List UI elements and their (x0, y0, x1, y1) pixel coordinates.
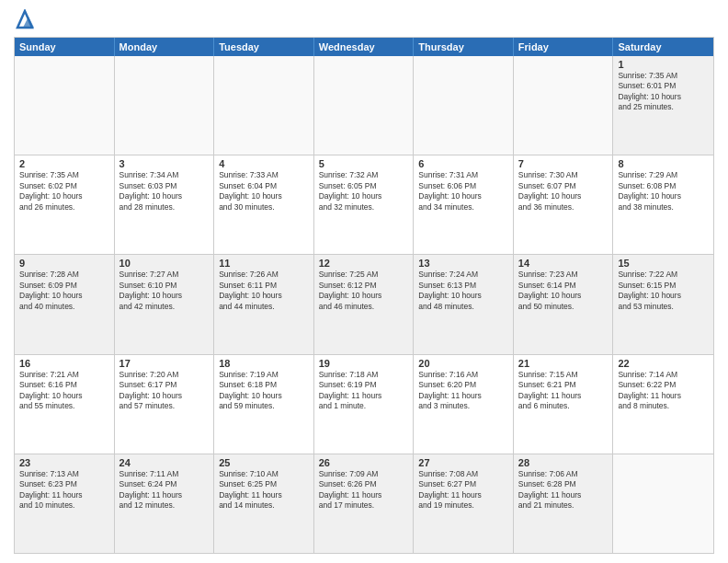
day-info: Sunrise: 7:24 AM Sunset: 6:13 PM Dayligh… (418, 270, 508, 312)
day-number: 3 (119, 158, 210, 169)
calendar-day-10: 10Sunrise: 7:27 AM Sunset: 6:10 PM Dayli… (115, 255, 215, 353)
calendar-week-3: 9Sunrise: 7:28 AM Sunset: 6:09 PM Daylig… (15, 254, 713, 353)
day-number: 22 (618, 358, 709, 369)
logo (14, 9, 34, 29)
day-number: 4 (219, 158, 309, 169)
day-number: 26 (319, 457, 409, 468)
day-info: Sunrise: 7:28 AM Sunset: 6:09 PM Dayligh… (19, 270, 109, 312)
day-info: Sunrise: 7:21 AM Sunset: 6:16 PM Dayligh… (19, 370, 109, 412)
calendar-day-15: 15Sunrise: 7:22 AM Sunset: 6:15 PM Dayli… (613, 255, 713, 353)
day-number: 24 (119, 457, 210, 468)
day-number: 20 (418, 358, 508, 369)
calendar: SundayMondayTuesdayWednesdayThursdayFrid… (14, 37, 714, 554)
calendar-day-11: 11Sunrise: 7:26 AM Sunset: 6:11 PM Dayli… (214, 255, 314, 353)
day-number: 5 (319, 158, 409, 169)
header-day-wednesday: Wednesday (314, 38, 415, 56)
day-number: 17 (119, 358, 210, 369)
calendar-day-25: 25Sunrise: 7:10 AM Sunset: 6:25 PM Dayli… (214, 454, 314, 553)
calendar-day-9: 9Sunrise: 7:28 AM Sunset: 6:09 PM Daylig… (15, 255, 115, 353)
day-info: Sunrise: 7:15 AM Sunset: 6:21 PM Dayligh… (518, 370, 609, 412)
day-info: Sunrise: 7:34 AM Sunset: 6:03 PM Dayligh… (119, 170, 210, 213)
day-number: 9 (19, 258, 109, 269)
day-info: Sunrise: 7:11 AM Sunset: 6:24 PM Dayligh… (119, 469, 210, 511)
calendar-day-3: 3Sunrise: 7:34 AM Sunset: 6:03 PM Daylig… (115, 155, 215, 254)
day-number: 28 (518, 457, 609, 468)
calendar-day-27: 27Sunrise: 7:08 AM Sunset: 6:27 PM Dayli… (414, 454, 514, 553)
calendar-empty-cell (314, 56, 415, 155)
day-info: Sunrise: 7:29 AM Sunset: 6:08 PM Dayligh… (618, 170, 709, 213)
calendar-empty-cell (414, 56, 514, 155)
day-number: 19 (319, 358, 409, 369)
calendar-day-16: 16Sunrise: 7:21 AM Sunset: 6:16 PM Dayli… (15, 355, 115, 454)
day-info: Sunrise: 7:33 AM Sunset: 6:04 PM Dayligh… (219, 170, 309, 213)
calendar-day-22: 22Sunrise: 7:14 AM Sunset: 6:22 PM Dayli… (613, 355, 713, 454)
calendar-empty-cell (115, 56, 215, 155)
page-header (14, 9, 714, 29)
day-number: 7 (518, 158, 609, 169)
calendar-empty-cell (514, 56, 614, 155)
calendar-empty-cell (15, 56, 115, 155)
day-number: 12 (319, 258, 409, 269)
day-number: 21 (518, 358, 609, 369)
day-info: Sunrise: 7:32 AM Sunset: 6:05 PM Dayligh… (319, 170, 409, 213)
header-day-saturday: Saturday (613, 38, 713, 56)
calendar-day-24: 24Sunrise: 7:11 AM Sunset: 6:24 PM Dayli… (115, 454, 215, 553)
day-number: 10 (119, 258, 210, 269)
day-number: 18 (219, 358, 309, 369)
calendar-day-6: 6Sunrise: 7:31 AM Sunset: 6:06 PM Daylig… (414, 155, 514, 254)
day-info: Sunrise: 7:20 AM Sunset: 6:17 PM Dayligh… (119, 370, 210, 412)
svg-marker-1 (23, 17, 34, 28)
day-info: Sunrise: 7:25 AM Sunset: 6:12 PM Dayligh… (319, 270, 409, 312)
calendar-body: 1Sunrise: 7:35 AM Sunset: 6:01 PM Daylig… (15, 56, 713, 553)
calendar-day-4: 4Sunrise: 7:33 AM Sunset: 6:04 PM Daylig… (214, 155, 314, 254)
day-number: 2 (19, 158, 109, 169)
day-info: Sunrise: 7:09 AM Sunset: 6:26 PM Dayligh… (319, 469, 409, 511)
calendar-day-19: 19Sunrise: 7:18 AM Sunset: 6:19 PM Dayli… (314, 355, 415, 454)
day-info: Sunrise: 7:22 AM Sunset: 6:15 PM Dayligh… (618, 270, 709, 312)
calendar-empty-cell (613, 454, 713, 553)
calendar-header: SundayMondayTuesdayWednesdayThursdayFrid… (15, 38, 713, 56)
calendar-day-23: 23Sunrise: 7:13 AM Sunset: 6:23 PM Dayli… (15, 454, 115, 553)
calendar-week-4: 16Sunrise: 7:21 AM Sunset: 6:16 PM Dayli… (15, 354, 713, 454)
calendar-day-21: 21Sunrise: 7:15 AM Sunset: 6:21 PM Dayli… (514, 355, 614, 454)
logo-icon (16, 9, 34, 29)
day-info: Sunrise: 7:14 AM Sunset: 6:22 PM Dayligh… (618, 370, 709, 412)
day-number: 13 (418, 258, 508, 269)
calendar-day-13: 13Sunrise: 7:24 AM Sunset: 6:13 PM Dayli… (414, 255, 514, 353)
calendar-day-1: 1Sunrise: 7:35 AM Sunset: 6:01 PM Daylig… (613, 56, 713, 155)
calendar-empty-cell (214, 56, 314, 155)
day-info: Sunrise: 7:27 AM Sunset: 6:10 PM Dayligh… (119, 270, 210, 312)
calendar-week-5: 23Sunrise: 7:13 AM Sunset: 6:23 PM Dayli… (15, 454, 713, 553)
calendar-day-14: 14Sunrise: 7:23 AM Sunset: 6:14 PM Dayli… (514, 255, 614, 353)
day-info: Sunrise: 7:13 AM Sunset: 6:23 PM Dayligh… (19, 469, 109, 511)
day-info: Sunrise: 7:35 AM Sunset: 6:02 PM Dayligh… (19, 170, 109, 213)
day-info: Sunrise: 7:06 AM Sunset: 6:28 PM Dayligh… (518, 469, 609, 511)
header-day-sunday: Sunday (15, 38, 115, 56)
day-info: Sunrise: 7:30 AM Sunset: 6:07 PM Dayligh… (518, 170, 609, 213)
day-number: 1 (618, 59, 709, 70)
day-info: Sunrise: 7:35 AM Sunset: 6:01 PM Dayligh… (618, 71, 709, 113)
calendar-day-5: 5Sunrise: 7:32 AM Sunset: 6:05 PM Daylig… (314, 155, 415, 254)
day-number: 16 (19, 358, 109, 369)
header-day-thursday: Thursday (414, 38, 514, 56)
calendar-day-2: 2Sunrise: 7:35 AM Sunset: 6:02 PM Daylig… (15, 155, 115, 254)
day-number: 23 (19, 457, 109, 468)
day-info: Sunrise: 7:08 AM Sunset: 6:27 PM Dayligh… (418, 469, 508, 511)
day-number: 8 (618, 158, 709, 169)
calendar-day-17: 17Sunrise: 7:20 AM Sunset: 6:17 PM Dayli… (115, 355, 215, 454)
day-number: 6 (418, 158, 508, 169)
header-day-friday: Friday (514, 38, 614, 56)
day-info: Sunrise: 7:31 AM Sunset: 6:06 PM Dayligh… (418, 170, 508, 213)
calendar-day-18: 18Sunrise: 7:19 AM Sunset: 6:18 PM Dayli… (214, 355, 314, 454)
header-day-tuesday: Tuesday (214, 38, 314, 56)
day-number: 11 (219, 258, 309, 269)
day-number: 27 (418, 457, 508, 468)
day-info: Sunrise: 7:23 AM Sunset: 6:14 PM Dayligh… (518, 270, 609, 312)
calendar-day-8: 8Sunrise: 7:29 AM Sunset: 6:08 PM Daylig… (613, 155, 713, 254)
day-info: Sunrise: 7:19 AM Sunset: 6:18 PM Dayligh… (219, 370, 309, 412)
calendar-week-2: 2Sunrise: 7:35 AM Sunset: 6:02 PM Daylig… (15, 155, 713, 254)
calendar-day-26: 26Sunrise: 7:09 AM Sunset: 6:26 PM Dayli… (314, 454, 415, 553)
calendar-week-1: 1Sunrise: 7:35 AM Sunset: 6:01 PM Daylig… (15, 56, 713, 155)
day-number: 14 (518, 258, 609, 269)
calendar-day-28: 28Sunrise: 7:06 AM Sunset: 6:28 PM Dayli… (514, 454, 614, 553)
